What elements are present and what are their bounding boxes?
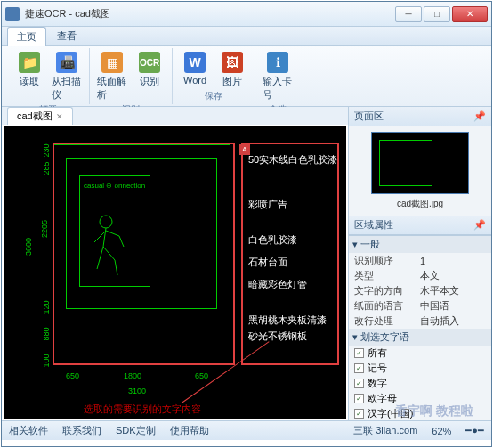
image-button[interactable]: 🖼图片 — [215, 50, 249, 90]
statusbar: 相关软件 联系我们 SDK定制 使用帮助 三联 3lian.com 62% ━●… — [2, 420, 491, 440]
status-source: 三联 3lian.com — [353, 424, 417, 437]
workspace: cad截图 ✕ A casual ⊕ onnection 50实木 — [2, 107, 491, 420]
prop-category[interactable]: ▾一般 — [349, 236, 491, 253]
label-5: 黑胡桃木夹板清漆 — [248, 314, 327, 327]
cad-figure — [84, 211, 137, 282]
prop-category[interactable]: ▾划选文字语 — [349, 329, 491, 346]
check-row: ✓数字 — [349, 376, 491, 391]
tab-close-icon[interactable]: ✕ — [56, 112, 63, 121]
word-icon: W — [184, 52, 206, 73]
menu-home[interactable]: 主页 — [7, 27, 46, 46]
dim-v3: 3600 — [24, 238, 33, 256]
ribbon: 📁读取 📠从扫描仪 打开 ▦纸面解析 OCR识别 识别 WWord 🖼图片 保存… — [2, 46, 491, 107]
thumbnail-label: cad截图.jpg — [354, 198, 486, 210]
dim-v0: 230 — [42, 143, 51, 157]
status-help[interactable]: 使用帮助 — [170, 424, 209, 437]
dim-v1: 285 — [42, 161, 51, 175]
label-6: 砂光不锈钢板 — [248, 330, 307, 343]
scanner-icon: 📠 — [56, 52, 77, 73]
scanner-button[interactable]: 📠从扫描仪 — [50, 50, 84, 103]
right-panel: 页面区 📌 cad截图.jpg 区域属性 📌 ▾一般 识别顺序1 类型本文 文字… — [349, 107, 491, 420]
group-save-label: 保存 — [205, 90, 222, 104]
info-icon: ℹ — [267, 52, 288, 73]
checkbox[interactable]: ✓ — [354, 394, 364, 403]
dim-h2: 650 — [195, 371, 208, 380]
thumbnail-area: cad截图.jpg — [349, 126, 491, 216]
status-related[interactable]: 相关软件 — [9, 424, 48, 437]
prop-row: 文字的方向水平本文 — [349, 283, 491, 298]
watermark: 香宇啊 教程啦 — [395, 403, 473, 419]
svg-point-0 — [100, 216, 112, 228]
label-3: 石材台面 — [248, 256, 287, 269]
zoom-level[interactable]: 62% — [432, 426, 451, 436]
dim-v6: 100 — [42, 354, 51, 367]
label-0: 50实木线白色乳胶漆 — [248, 153, 337, 167]
status-contact[interactable]: 联系我们 — [62, 424, 101, 437]
maximize-button[interactable]: □ — [424, 6, 450, 22]
label-1: 彩喷广告 — [248, 198, 287, 211]
panel-pin-icon[interactable]: 📌 — [473, 110, 486, 122]
app-icon — [5, 7, 20, 21]
read-button[interactable]: 📁读取 — [12, 50, 46, 90]
selection-outer[interactable] — [53, 143, 235, 365]
properties-grid: ▾一般 识别顺序1 类型本文 文字的方向水平本文 纸面的语言中国语 改行处理自动… — [349, 235, 491, 420]
prop-row: 类型本文 — [349, 268, 491, 283]
status-sdk[interactable]: SDK定制 — [116, 424, 156, 437]
checkbox[interactable]: ✓ — [354, 409, 364, 419]
ocr-icon: OCR — [139, 52, 160, 73]
card-button[interactable]: ℹ输入卡号 — [261, 50, 295, 103]
image-icon: 🖼 — [222, 52, 243, 73]
cad-canvas[interactable]: A casual ⊕ onnection 50实木线白色乳胶漆 彩喷广告 白色乳… — [4, 126, 346, 419]
dim-h1: 1800 — [124, 371, 141, 380]
word-button[interactable]: WWord — [178, 50, 212, 87]
window-title: 捷速OCR - cad截图 — [25, 7, 395, 20]
pages-header: 页面区 📌 — [349, 107, 491, 126]
menu-view[interactable]: 查看 — [48, 27, 85, 45]
cad-logo: casual ⊕ onnection — [84, 182, 145, 190]
tab-label: cad截图 — [17, 110, 53, 123]
app-window: 捷速OCR - cad截图 ─ □ ✕ 主页 查看 📁读取 📠从扫描仪 打开 ▦… — [1, 1, 492, 447]
check-row: ✓记号 — [349, 361, 491, 376]
menubar: 主页 查看 — [2, 27, 491, 46]
dim-h3: 3100 — [128, 387, 146, 395]
label-2: 白色乳胶漆 — [248, 233, 297, 247]
zoom-slider-icon[interactable]: ━●━ — [465, 425, 484, 436]
document-tab[interactable]: cad截图 ✕ — [7, 107, 73, 125]
annotation-text: 选取的需要识别的文字内容 — [84, 403, 201, 416]
props-header: 区域属性 📌 — [349, 216, 491, 235]
dim-v4: 120 — [42, 300, 51, 314]
checkbox[interactable]: ✓ — [354, 363, 364, 373]
parse-button[interactable]: ▦纸面解析 — [95, 50, 129, 103]
checkbox[interactable]: ✓ — [354, 379, 364, 388]
prop-row: 改行处理自动插入 — [349, 314, 491, 329]
label-4: 暗藏彩色灯管 — [248, 278, 307, 291]
dim-v5: 880 — [42, 327, 51, 340]
checkbox[interactable]: ✓ — [354, 348, 364, 358]
dim-h0: 650 — [66, 371, 79, 380]
close-button[interactable]: ✕ — [452, 6, 488, 22]
prop-row: 纸面的语言中国语 — [349, 298, 491, 314]
panel-pin-icon[interactable]: 📌 — [473, 219, 486, 231]
canvas-pane: cad截图 ✕ A casual ⊕ onnection 50实木 — [2, 107, 349, 420]
layout-icon: ▦ — [101, 52, 123, 73]
ocr-button[interactable]: OCR识别 — [133, 50, 166, 90]
tabstrip: cad截图 ✕ — [2, 107, 348, 125]
check-row: ✓所有 — [349, 346, 491, 361]
folder-icon: 📁 — [19, 52, 40, 73]
dim-v2: 2205 — [40, 220, 49, 238]
minimize-button[interactable]: ─ — [395, 6, 422, 22]
prop-row: 识别顺序1 — [349, 253, 491, 268]
page-thumbnail[interactable] — [371, 132, 469, 194]
titlebar: 捷速OCR - cad截图 ─ □ ✕ — [2, 2, 491, 27]
